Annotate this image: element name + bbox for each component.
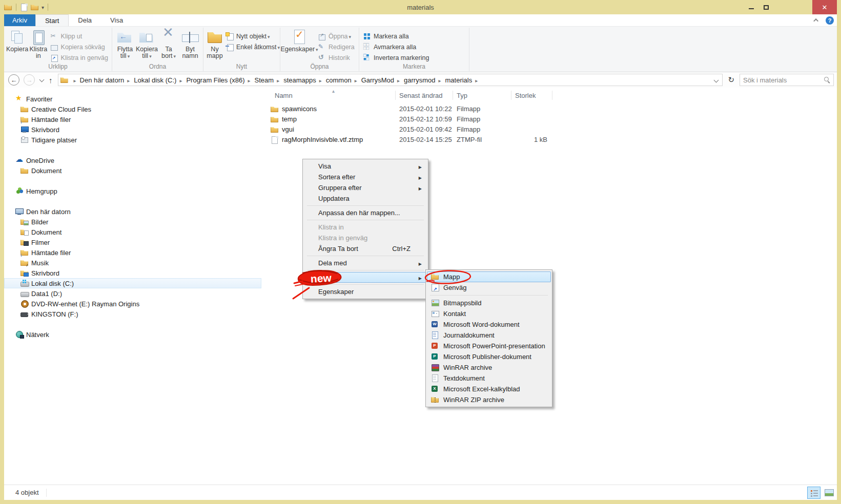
sidebar-item[interactable]: Lokal disk (C:) [4, 278, 261, 288]
submenu-item[interactable]: Microsoft PowerPoint-presentation [427, 341, 551, 351]
paste-button[interactable]: Klistra in [28, 29, 48, 59]
breadcrumb-item[interactable]: materials [444, 76, 481, 84]
properties-button[interactable]: Egenskaper [282, 29, 316, 53]
column-header-type[interactable]: Typ [457, 92, 467, 99]
submenu-item[interactable]: Microsoft Publisher-dokument [427, 351, 551, 362]
paste-shortcut-button[interactable]: Klistra in genväg [49, 52, 110, 63]
breadcrumb[interactable]: Den här datorn Lokal disk (C:) Program F… [58, 74, 723, 86]
column-divider[interactable] [453, 91, 453, 100]
context-menu-item[interactable]: Ångra Ta bort Ctrl+Z [304, 243, 427, 254]
breadcrumb-item[interactable]: GarrysMod [361, 76, 403, 84]
cut-button[interactable]: Klipp ut [49, 31, 110, 41]
select-none-button[interactable]: Avmarkera alla [361, 41, 430, 52]
sidebar-item[interactable]: Musik [4, 258, 261, 268]
move-to-button[interactable]: Flytta till [114, 29, 136, 60]
refresh-icon[interactable]: ↻ [728, 75, 734, 85]
sidebar-item[interactable]: Data1 (D:) [4, 288, 261, 299]
sidebar-item[interactable]: Hämtade filer [4, 114, 261, 124]
qa-new-folder-icon[interactable] [31, 3, 39, 11]
sidebar-item[interactable]: DVD-RW-enhet (E:) Rayman Origins [4, 299, 261, 309]
context-menu-item[interactable] [304, 272, 427, 283]
submenu-item[interactable]: Microsoft Excel-kalkylblad [427, 384, 551, 394]
rename-button[interactable]: Byt namn [179, 29, 201, 59]
help-icon[interactable]: ? [826, 16, 834, 25]
context-menu-item[interactable]: Visa [304, 161, 427, 172]
easy-access-button[interactable]: Enkel åtkomst [224, 41, 281, 52]
column-header-date[interactable]: Senast ändrad [399, 92, 443, 99]
file-row[interactable]: spawnicons 2015-02-01 10:22 Filmapp [261, 104, 837, 114]
submenu-item[interactable]: Mapp [427, 271, 551, 282]
tab-visa[interactable]: Visa [101, 14, 132, 26]
context-menu-item[interactable]: Dela med [304, 258, 427, 268]
select-all-button[interactable]: Markera alla [361, 31, 430, 41]
sidebar-item[interactable]: Creative Cloud Files [4, 104, 261, 114]
submenu-item[interactable]: Microsoft Word-dokument [427, 319, 551, 330]
new-folder-button[interactable]: Ny mapp [206, 29, 224, 59]
file-row[interactable]: ragMorphInvisivble.vtf.ztmp 2015-02-14 1… [261, 135, 837, 145]
sidebar-item[interactable]: Dokument [4, 227, 261, 237]
submenu-item[interactable]: Genväg [427, 282, 551, 293]
invert-selection-button[interactable]: Invertera markering [361, 52, 430, 63]
sidebar-item[interactable]: Bilder [4, 217, 261, 227]
sidebar-item[interactable]: Skrivbord [4, 124, 261, 135]
qa-properties-icon[interactable] [20, 3, 28, 11]
copy-to-button[interactable]: Kopiera till [136, 29, 158, 60]
breadcrumb-item[interactable]: Lokal disk (C:) [133, 76, 186, 84]
address-dropdown-icon[interactable] [714, 77, 719, 82]
submenu-item[interactable]: Journaldokument [427, 330, 551, 341]
column-header-name[interactable]: Namn [275, 92, 293, 99]
column-header-size[interactable]: Storlek [515, 92, 536, 99]
context-menu-item[interactable]: Egenskaper [304, 286, 427, 297]
sidebar-item[interactable]: Favoriter [4, 94, 261, 104]
sidebar-item[interactable]: Hemgrupp [4, 186, 261, 196]
back-button[interactable]: ← [8, 74, 19, 86]
sidebar-item[interactable]: Tidigare platser [4, 135, 261, 145]
submenu-item[interactable]: Textdokument [427, 373, 551, 384]
context-menu-item[interactable]: Gruppera efter [304, 182, 427, 193]
breadcrumb-item[interactable]: Program Files (x86) [186, 76, 254, 84]
sidebar-item[interactable]: Hämtade filer [4, 247, 261, 258]
sidebar-item[interactable]: Dokument [4, 165, 261, 176]
tab-arkiv[interactable]: Arkiv [4, 14, 35, 26]
breadcrumb-item[interactable]: Den här datorn [79, 76, 134, 84]
forward-button[interactable]: → [24, 74, 35, 86]
copy-path-button[interactable]: Kopiera sökväg [49, 41, 110, 52]
close-button[interactable]: ✕ [812, 0, 837, 14]
sidebar-item[interactable]: KINGSTON (F:) [4, 309, 261, 319]
maximize-button[interactable] [758, 0, 773, 14]
context-menu-item[interactable]: Anpassa den här mappen... [304, 207, 427, 218]
submenu-item[interactable]: Kontakt [427, 308, 551, 319]
breadcrumb-item[interactable]: steamapps [283, 76, 325, 84]
open-button[interactable]: Öppna [316, 31, 356, 41]
new-item-button[interactable]: Nytt objekt [224, 31, 281, 41]
minimize-button[interactable] [744, 0, 758, 14]
up-button[interactable]: ↑ [49, 76, 53, 85]
file-row[interactable]: vgui 2015-02-01 09:42 Filmapp [261, 124, 837, 135]
column-divider[interactable] [552, 91, 552, 100]
details-view-button[interactable] [807, 487, 821, 499]
breadcrumb-item[interactable]: garrysmod [403, 76, 444, 84]
qa-customize-caret-icon[interactable]: ▾ [42, 5, 44, 10]
tab-dela[interactable]: Dela [69, 14, 101, 26]
sidebar-item[interactable]: Skrivbord [4, 268, 261, 278]
sidebar-item[interactable]: Nätverk [4, 329, 261, 340]
edit-button[interactable]: Redigera [316, 41, 356, 52]
delete-button[interactable]: Ta bort [158, 29, 179, 60]
context-menu-item[interactable]: Klistra in [304, 222, 427, 233]
column-divider[interactable] [511, 91, 511, 100]
file-row[interactable]: temp 2015-02-12 10:59 Filmapp [261, 114, 837, 124]
sidebar-item[interactable]: Filmer [4, 237, 261, 247]
minimize-ribbon-icon[interactable] [813, 18, 818, 24]
thumbnails-view-button[interactable] [823, 487, 836, 499]
history-button[interactable]: Historik [316, 52, 356, 63]
search-icon[interactable] [824, 77, 830, 83]
context-menu-item[interactable]: Klistra in genväg [304, 233, 427, 243]
submenu-item[interactable]: WinRAR archive [427, 362, 551, 373]
copy-button[interactable]: Kopiera [6, 29, 28, 53]
sidebar-item[interactable]: OneDrive [4, 155, 261, 165]
breadcrumb-item[interactable]: common [325, 76, 361, 84]
search-input[interactable] [743, 75, 824, 85]
submenu-item[interactable]: WinRAR ZIP archive [427, 394, 551, 405]
context-menu-item[interactable]: Sortera efter [304, 172, 427, 182]
context-menu-item[interactable]: Uppdatera [304, 193, 427, 204]
